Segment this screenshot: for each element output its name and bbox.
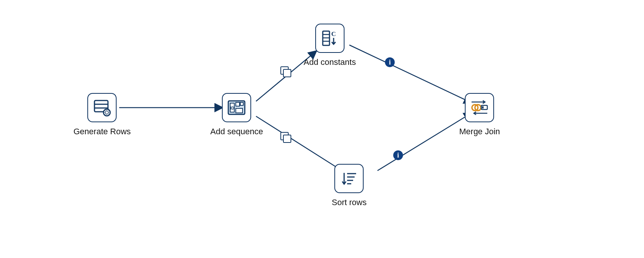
generate-rows-icon — [93, 98, 111, 117]
svg-text:ID: ID — [230, 106, 234, 110]
node-sort-rows[interactable]: Sort rows — [332, 164, 367, 207]
info-badge-icon: i — [385, 57, 395, 67]
svg-rect-8 — [240, 102, 243, 105]
add-sequence-icon: ID — [227, 98, 246, 117]
edge-constants-to-merge — [349, 45, 472, 103]
edge-sort-to-merge — [377, 112, 472, 171]
merge-join-icon — [469, 98, 490, 118]
copy-badge-icon — [280, 132, 291, 142]
node-label: Sort rows — [332, 198, 367, 207]
copy-badge-icon — [280, 66, 291, 77]
svg-text:C: C — [331, 30, 336, 38]
node-label: Merge Join — [459, 127, 500, 136]
svg-rect-24 — [482, 106, 484, 109]
svg-rect-7 — [236, 102, 240, 106]
node-add-constants[interactable]: C Add constants — [304, 24, 356, 67]
pipeline-canvas[interactable]: i i Generate Rows ID Add seque — [0, 0, 644, 258]
node-label: Generate Rows — [73, 127, 131, 136]
info-badge-icon: i — [393, 150, 403, 160]
node-generate-rows[interactable]: Generate Rows — [73, 93, 131, 136]
node-label: Add sequence — [210, 127, 263, 136]
add-constants-icon: C — [321, 29, 339, 48]
node-merge-join[interactable]: Merge Join — [459, 93, 500, 136]
sort-rows-icon — [340, 169, 358, 188]
node-add-sequence[interactable]: ID Add sequence — [210, 93, 263, 136]
svg-point-3 — [103, 109, 110, 116]
svg-rect-9 — [236, 108, 243, 113]
node-label: Add constants — [304, 57, 356, 67]
